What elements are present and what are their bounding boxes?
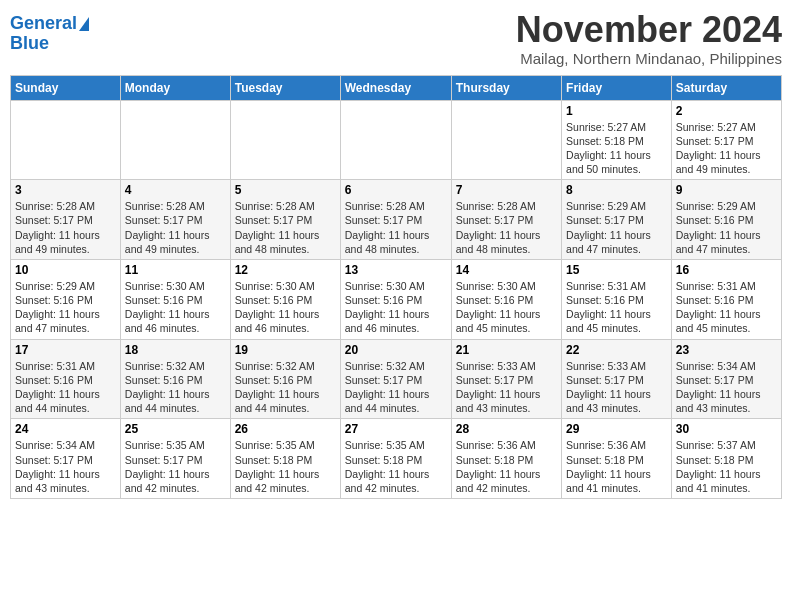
day-number: 3: [15, 183, 116, 197]
day-info: Sunrise: 5:28 AM Sunset: 5:17 PM Dayligh…: [235, 199, 336, 256]
day-number: 7: [456, 183, 557, 197]
calendar-cell: 25Sunrise: 5:35 AM Sunset: 5:17 PM Dayli…: [120, 419, 230, 499]
day-number: 8: [566, 183, 667, 197]
day-number: 28: [456, 422, 557, 436]
calendar-cell: 27Sunrise: 5:35 AM Sunset: 5:18 PM Dayli…: [340, 419, 451, 499]
day-info: Sunrise: 5:36 AM Sunset: 5:18 PM Dayligh…: [566, 438, 667, 495]
calendar-cell: [340, 100, 451, 180]
day-info: Sunrise: 5:30 AM Sunset: 5:16 PM Dayligh…: [456, 279, 557, 336]
day-number: 17: [15, 343, 116, 357]
day-info: Sunrise: 5:32 AM Sunset: 5:17 PM Dayligh…: [345, 359, 447, 416]
calendar-cell: 12Sunrise: 5:30 AM Sunset: 5:16 PM Dayli…: [230, 259, 340, 339]
day-number: 2: [676, 104, 777, 118]
day-number: 18: [125, 343, 226, 357]
day-info: Sunrise: 5:27 AM Sunset: 5:18 PM Dayligh…: [566, 120, 667, 177]
day-info: Sunrise: 5:28 AM Sunset: 5:17 PM Dayligh…: [125, 199, 226, 256]
logo-text: General: [10, 14, 77, 34]
day-info: Sunrise: 5:28 AM Sunset: 5:17 PM Dayligh…: [15, 199, 116, 256]
calendar-cell: 17Sunrise: 5:31 AM Sunset: 5:16 PM Dayli…: [11, 339, 121, 419]
calendar-cell: [11, 100, 121, 180]
calendar-cell: 13Sunrise: 5:30 AM Sunset: 5:16 PM Dayli…: [340, 259, 451, 339]
calendar: SundayMondayTuesdayWednesdayThursdayFrid…: [10, 75, 782, 499]
calendar-cell: 8Sunrise: 5:29 AM Sunset: 5:17 PM Daylig…: [562, 180, 672, 260]
logo: General Blue: [10, 10, 89, 54]
calendar-header-friday: Friday: [562, 75, 672, 100]
calendar-cell: 19Sunrise: 5:32 AM Sunset: 5:16 PM Dayli…: [230, 339, 340, 419]
calendar-header-sunday: Sunday: [11, 75, 121, 100]
day-info: Sunrise: 5:35 AM Sunset: 5:17 PM Dayligh…: [125, 438, 226, 495]
calendar-cell: [230, 100, 340, 180]
calendar-header-monday: Monday: [120, 75, 230, 100]
day-number: 1: [566, 104, 667, 118]
calendar-cell: 3Sunrise: 5:28 AM Sunset: 5:17 PM Daylig…: [11, 180, 121, 260]
calendar-cell: 6Sunrise: 5:28 AM Sunset: 5:17 PM Daylig…: [340, 180, 451, 260]
day-info: Sunrise: 5:35 AM Sunset: 5:18 PM Dayligh…: [345, 438, 447, 495]
day-number: 30: [676, 422, 777, 436]
calendar-cell: 28Sunrise: 5:36 AM Sunset: 5:18 PM Dayli…: [451, 419, 561, 499]
day-number: 12: [235, 263, 336, 277]
day-number: 22: [566, 343, 667, 357]
day-number: 14: [456, 263, 557, 277]
day-number: 9: [676, 183, 777, 197]
page-title: November 2024: [516, 10, 782, 50]
calendar-cell: [120, 100, 230, 180]
day-info: Sunrise: 5:28 AM Sunset: 5:17 PM Dayligh…: [456, 199, 557, 256]
day-info: Sunrise: 5:36 AM Sunset: 5:18 PM Dayligh…: [456, 438, 557, 495]
calendar-week-row: 3Sunrise: 5:28 AM Sunset: 5:17 PM Daylig…: [11, 180, 782, 260]
calendar-cell: 20Sunrise: 5:32 AM Sunset: 5:17 PM Dayli…: [340, 339, 451, 419]
day-info: Sunrise: 5:33 AM Sunset: 5:17 PM Dayligh…: [456, 359, 557, 416]
day-info: Sunrise: 5:35 AM Sunset: 5:18 PM Dayligh…: [235, 438, 336, 495]
day-info: Sunrise: 5:32 AM Sunset: 5:16 PM Dayligh…: [235, 359, 336, 416]
calendar-cell: 22Sunrise: 5:33 AM Sunset: 5:17 PM Dayli…: [562, 339, 672, 419]
day-info: Sunrise: 5:29 AM Sunset: 5:16 PM Dayligh…: [15, 279, 116, 336]
calendar-cell: 18Sunrise: 5:32 AM Sunset: 5:16 PM Dayli…: [120, 339, 230, 419]
day-number: 27: [345, 422, 447, 436]
calendar-cell: 16Sunrise: 5:31 AM Sunset: 5:16 PM Dayli…: [671, 259, 781, 339]
day-number: 23: [676, 343, 777, 357]
calendar-cell: 2Sunrise: 5:27 AM Sunset: 5:17 PM Daylig…: [671, 100, 781, 180]
calendar-header-wednesday: Wednesday: [340, 75, 451, 100]
day-number: 25: [125, 422, 226, 436]
page-subtitle: Mailag, Northern Mindanao, Philippines: [516, 50, 782, 67]
day-info: Sunrise: 5:30 AM Sunset: 5:16 PM Dayligh…: [345, 279, 447, 336]
calendar-cell: 29Sunrise: 5:36 AM Sunset: 5:18 PM Dayli…: [562, 419, 672, 499]
calendar-header-row: SundayMondayTuesdayWednesdayThursdayFrid…: [11, 75, 782, 100]
day-info: Sunrise: 5:31 AM Sunset: 5:16 PM Dayligh…: [566, 279, 667, 336]
day-number: 24: [15, 422, 116, 436]
calendar-cell: 1Sunrise: 5:27 AM Sunset: 5:18 PM Daylig…: [562, 100, 672, 180]
calendar-cell: 7Sunrise: 5:28 AM Sunset: 5:17 PM Daylig…: [451, 180, 561, 260]
logo-triangle-icon: [79, 17, 89, 31]
calendar-cell: 26Sunrise: 5:35 AM Sunset: 5:18 PM Dayli…: [230, 419, 340, 499]
day-number: 4: [125, 183, 226, 197]
logo-text-blue: Blue: [10, 33, 49, 53]
day-number: 19: [235, 343, 336, 357]
calendar-cell: 10Sunrise: 5:29 AM Sunset: 5:16 PM Dayli…: [11, 259, 121, 339]
day-info: Sunrise: 5:31 AM Sunset: 5:16 PM Dayligh…: [676, 279, 777, 336]
day-info: Sunrise: 5:34 AM Sunset: 5:17 PM Dayligh…: [676, 359, 777, 416]
calendar-cell: 11Sunrise: 5:30 AM Sunset: 5:16 PM Dayli…: [120, 259, 230, 339]
day-number: 5: [235, 183, 336, 197]
day-number: 13: [345, 263, 447, 277]
calendar-cell: [451, 100, 561, 180]
calendar-week-row: 17Sunrise: 5:31 AM Sunset: 5:16 PM Dayli…: [11, 339, 782, 419]
day-info: Sunrise: 5:30 AM Sunset: 5:16 PM Dayligh…: [125, 279, 226, 336]
calendar-cell: 15Sunrise: 5:31 AM Sunset: 5:16 PM Dayli…: [562, 259, 672, 339]
calendar-cell: 4Sunrise: 5:28 AM Sunset: 5:17 PM Daylig…: [120, 180, 230, 260]
calendar-cell: 9Sunrise: 5:29 AM Sunset: 5:16 PM Daylig…: [671, 180, 781, 260]
calendar-week-row: 24Sunrise: 5:34 AM Sunset: 5:17 PM Dayli…: [11, 419, 782, 499]
title-section: November 2024 Mailag, Northern Mindanao,…: [516, 10, 782, 67]
day-info: Sunrise: 5:31 AM Sunset: 5:16 PM Dayligh…: [15, 359, 116, 416]
calendar-header-thursday: Thursday: [451, 75, 561, 100]
calendar-cell: 14Sunrise: 5:30 AM Sunset: 5:16 PM Dayli…: [451, 259, 561, 339]
day-info: Sunrise: 5:29 AM Sunset: 5:17 PM Dayligh…: [566, 199, 667, 256]
day-number: 29: [566, 422, 667, 436]
day-number: 26: [235, 422, 336, 436]
day-number: 21: [456, 343, 557, 357]
day-info: Sunrise: 5:33 AM Sunset: 5:17 PM Dayligh…: [566, 359, 667, 416]
day-info: Sunrise: 5:37 AM Sunset: 5:18 PM Dayligh…: [676, 438, 777, 495]
calendar-header-tuesday: Tuesday: [230, 75, 340, 100]
day-info: Sunrise: 5:30 AM Sunset: 5:16 PM Dayligh…: [235, 279, 336, 336]
day-number: 11: [125, 263, 226, 277]
day-number: 10: [15, 263, 116, 277]
day-info: Sunrise: 5:34 AM Sunset: 5:17 PM Dayligh…: [15, 438, 116, 495]
